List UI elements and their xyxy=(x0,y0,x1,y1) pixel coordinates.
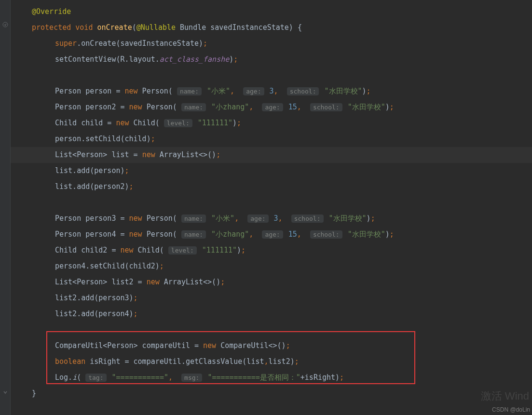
code-line: Log.i( tag: "===========", msg: "=======… xyxy=(11,370,532,386)
code-line: protected void onCreate(@Nullable Bundle… xyxy=(11,20,532,36)
param-hint: age: xyxy=(262,230,283,239)
param-hint: msg: xyxy=(181,374,202,382)
param-hint: school: xyxy=(310,103,342,111)
code-line: Person person2 = new Person( name: "小zha… xyxy=(11,99,532,115)
param-hint: tag: xyxy=(85,374,106,382)
code-line: list.add(person2); xyxy=(11,179,532,195)
code-line-empty xyxy=(11,67,532,83)
param-hint: school: xyxy=(310,230,342,239)
param-hint: age: xyxy=(247,214,268,223)
code-line-empty xyxy=(11,195,532,211)
code-line: Person person3 = new Person( name: "小米",… xyxy=(11,211,532,227)
code-line: list2.add(person4); xyxy=(11,306,532,322)
code-line-current: List<Person> list = new ArrayList<>(); xyxy=(11,147,532,163)
param-hint: age: xyxy=(243,87,264,95)
code-line: Person person = new Person( name: "小米", … xyxy=(11,83,532,99)
param-hint: name: xyxy=(181,214,206,223)
code-line-empty xyxy=(11,322,532,338)
svg-point-0 xyxy=(3,22,8,27)
code-line: @Override xyxy=(11,4,532,20)
code-line: boolean isRight = compareUtil.getClassVa… xyxy=(11,354,532,370)
code-line: setContentView(R.layout.act_class_fanshe… xyxy=(11,52,532,67)
param-hint: name: xyxy=(181,103,206,111)
code-line: CompareUtil<Person> compareUtil = new Co… xyxy=(11,338,532,354)
param-hint: age: xyxy=(262,103,283,111)
code-line: person4.setChild(child2); xyxy=(11,258,532,274)
param-hint: school: xyxy=(291,214,324,223)
code-line: Child child2 = new Child( level: "111111… xyxy=(11,242,532,258)
param-hint: level: xyxy=(168,246,197,254)
editor-gutter xyxy=(0,0,11,415)
code-line: Person person4 = new Person( name: "小zha… xyxy=(11,227,532,242)
code-line: } xyxy=(11,386,532,402)
param-hint: name: xyxy=(181,230,206,239)
param-hint: name: xyxy=(177,87,202,95)
code-line: List<Person> list2 = new ArrayList<>(); xyxy=(11,274,532,290)
param-hint: school: xyxy=(287,87,319,95)
csdn-watermark: CSDN @doLin xyxy=(492,406,530,413)
code-editor[interactable]: @Override protected void onCreate(@Nulla… xyxy=(11,0,532,402)
code-line: person.setChild(child); xyxy=(11,131,532,147)
override-icon[interactable] xyxy=(2,21,9,28)
windows-activation-watermark: 激活 Wind xyxy=(481,389,529,403)
code-line: super.onCreate(savedInstanceState); xyxy=(11,36,532,52)
param-hint: level: xyxy=(164,119,192,127)
code-line: list2.add(person3); xyxy=(11,290,532,306)
code-line: Child child = new Child( level: "111111"… xyxy=(11,115,532,131)
code-line: list.add(person); xyxy=(11,163,532,179)
collapse-icon[interactable] xyxy=(2,389,9,396)
